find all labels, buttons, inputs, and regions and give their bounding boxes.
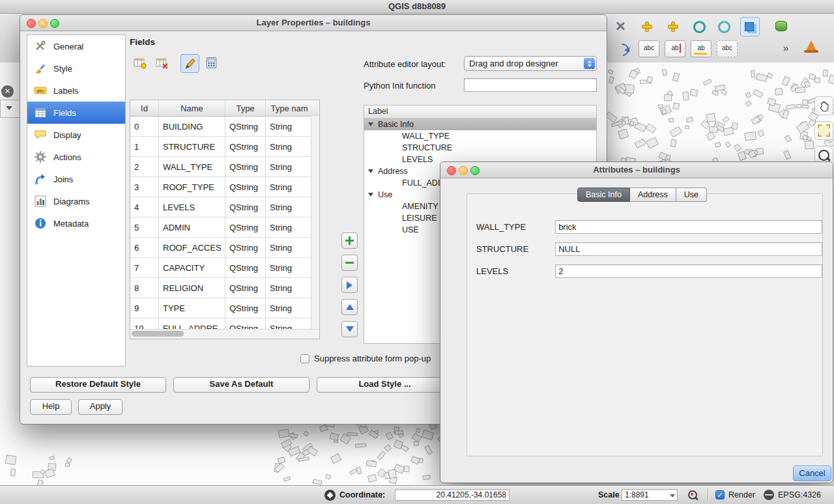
sidebar-item-actions[interactable]: Actions xyxy=(27,146,125,168)
label-tool-icon[interactable]: abc xyxy=(639,40,659,57)
move-up-button[interactable] xyxy=(341,299,358,315)
toolbar-icon[interactable] xyxy=(663,17,682,35)
cone-icon[interactable] xyxy=(805,39,820,55)
sidebar-item-diagrams[interactable]: Diagrams xyxy=(27,190,125,212)
crs-status-icon[interactable] xyxy=(764,490,774,500)
field-row[interactable]: 9 TYPE QString String xyxy=(130,298,319,318)
tab[interactable]: Address xyxy=(630,188,676,202)
expand-triangle-icon[interactable] xyxy=(368,122,375,126)
column-header-name[interactable]: Name xyxy=(159,100,225,116)
zoom-window-button[interactable] xyxy=(470,166,480,175)
column-header-type[interactable]: Type xyxy=(225,100,266,116)
fields-table-header[interactable]: Id Name Type Type nam xyxy=(130,100,319,117)
svg-text:abc: abc xyxy=(36,89,44,93)
vertical-scrollbar[interactable] xyxy=(311,116,319,329)
sidebar-item-fields[interactable]: Fields xyxy=(27,102,125,124)
tree-item[interactable]: STRUCTURE xyxy=(364,142,596,154)
sidebar-item-joins[interactable]: Joins xyxy=(27,168,125,190)
suppress-checkbox[interactable] xyxy=(300,354,309,363)
save-as-default-button[interactable]: Save As Default xyxy=(173,377,309,393)
sidebar-item-labels[interactable]: abc Labels xyxy=(27,79,125,102)
field-row[interactable]: 8 RELIGION QString String xyxy=(130,278,319,298)
tree-item[interactable]: Basic Info xyxy=(364,119,596,130)
toolbar-icon[interactable] xyxy=(771,17,790,35)
tree-header-label[interactable]: Label xyxy=(364,105,596,119)
zoom-window-button[interactable] xyxy=(50,19,59,28)
coordinate-label: Coordinate: xyxy=(339,490,385,499)
help-button[interactable]: Help xyxy=(30,399,72,415)
field-calculator-button[interactable] xyxy=(203,54,220,72)
apply-button[interactable]: Apply xyxy=(78,399,122,415)
new-column-button[interactable] xyxy=(131,54,149,72)
table-delete-icon xyxy=(155,56,169,70)
toolbar-icon[interactable] xyxy=(637,17,655,35)
restore-default-style-button[interactable]: Restore Default Style xyxy=(30,377,166,393)
layer-properties-titlebar[interactable]: Layer Properties – buildings xyxy=(20,15,607,31)
sidebar-item-display[interactable]: Display xyxy=(27,124,125,146)
tree-item[interactable]: WALL_TYPE xyxy=(364,130,596,142)
close-window-button[interactable] xyxy=(27,19,36,28)
remove-item-button[interactable] xyxy=(341,255,358,271)
load-style-button[interactable]: Load Style ... xyxy=(317,377,453,393)
field-row[interactable]: 0 BUILDING QString String xyxy=(130,117,319,137)
toolbar-icon[interactable] xyxy=(714,17,732,35)
field-row[interactable]: 6 ROOF_ACCES QString String xyxy=(130,238,319,258)
fields-table-body: 0 BUILDING QString String 1 STRUCTURE QS… xyxy=(130,117,319,339)
minimize-window-button[interactable] xyxy=(459,166,468,175)
toolbar-overflow-chevron[interactable]: » xyxy=(783,40,788,56)
column-header-id[interactable]: Id xyxy=(130,100,159,116)
cancel-button[interactable]: Cancel xyxy=(793,466,831,481)
tab[interactable]: Basic Info xyxy=(577,188,630,202)
label-tool-icon[interactable]: ab xyxy=(691,40,712,57)
attribute-label: LEVELS xyxy=(476,266,555,276)
sidebar-item-style[interactable]: Style xyxy=(27,57,125,79)
move-down-button[interactable] xyxy=(341,321,358,337)
toolbar-icon[interactable] xyxy=(611,17,629,35)
attribute-input[interactable] xyxy=(555,220,822,234)
close-window-button[interactable] xyxy=(447,166,456,175)
label-tool-icon[interactable]: abc xyxy=(717,40,738,57)
select-arrows-icon xyxy=(584,58,595,69)
annotation-tool-button[interactable] xyxy=(814,121,833,140)
coordinate-input[interactable] xyxy=(395,489,510,501)
delete-column-button[interactable] xyxy=(153,54,171,72)
minimize-window-button[interactable] xyxy=(38,19,48,28)
field-row[interactable]: 7 CAPACITY QString String xyxy=(130,258,319,278)
suppress-label: Suppress attribute form pop-up xyxy=(314,354,431,363)
column-header-type-name[interactable]: Type nam xyxy=(266,100,313,116)
add-field-button[interactable] xyxy=(341,277,358,293)
horizontal-scrollbar[interactable] xyxy=(130,329,319,339)
toolbar-icon[interactable] xyxy=(740,17,760,36)
pan-hand-button[interactable] xyxy=(814,96,833,115)
tab[interactable]: Use xyxy=(676,188,707,202)
crs-label: EPSG:4326 xyxy=(778,490,821,499)
scrollbar-thumb[interactable] xyxy=(132,331,184,337)
expand-triangle-icon[interactable] xyxy=(368,193,375,197)
sidebar-item-general[interactable]: General xyxy=(27,35,125,57)
field-row[interactable]: 4 LEVELS QString String xyxy=(130,197,319,217)
python-init-input[interactable] xyxy=(464,78,597,92)
render-checkbox[interactable]: ✓ xyxy=(715,490,725,499)
attribute-input[interactable] xyxy=(555,264,822,278)
scale-magnifier-icon[interactable] xyxy=(688,490,697,499)
toolbar-icon[interactable] xyxy=(689,17,708,35)
redo-button[interactable] xyxy=(614,40,629,56)
attributes-titlebar[interactable]: Attributes – buildings xyxy=(440,162,833,178)
sidebar-item-metadata[interactable]: Metadata xyxy=(27,212,125,234)
properties-sidebar: General Style abc Labels xyxy=(27,35,126,367)
field-row[interactable]: 3 ROOF_TYPE QString String xyxy=(130,177,319,197)
add-container-button[interactable] xyxy=(341,232,358,249)
toggle-editing-button[interactable] xyxy=(180,54,199,73)
magnifier-icon xyxy=(818,150,829,161)
attribute-input[interactable] xyxy=(555,242,822,256)
scale-input[interactable]: 1:8891 xyxy=(622,489,678,501)
scale-dropdown-icon[interactable] xyxy=(670,494,675,497)
close-panel-icon[interactable]: ✕ xyxy=(1,85,14,98)
coordinate-capture-icon[interactable] xyxy=(324,490,336,501)
label-tool-icon[interactable]: ab xyxy=(665,40,685,57)
field-row[interactable]: 5 ADMIN QString String xyxy=(130,217,319,238)
expand-triangle-icon[interactable] xyxy=(368,169,375,173)
field-row[interactable]: 2 WALL_TYPE QString String xyxy=(130,157,319,177)
field-row[interactable]: 1 STRUCTURE QString String xyxy=(130,137,319,157)
attribute-editor-layout-select[interactable]: Drag and drop designer xyxy=(464,56,597,71)
